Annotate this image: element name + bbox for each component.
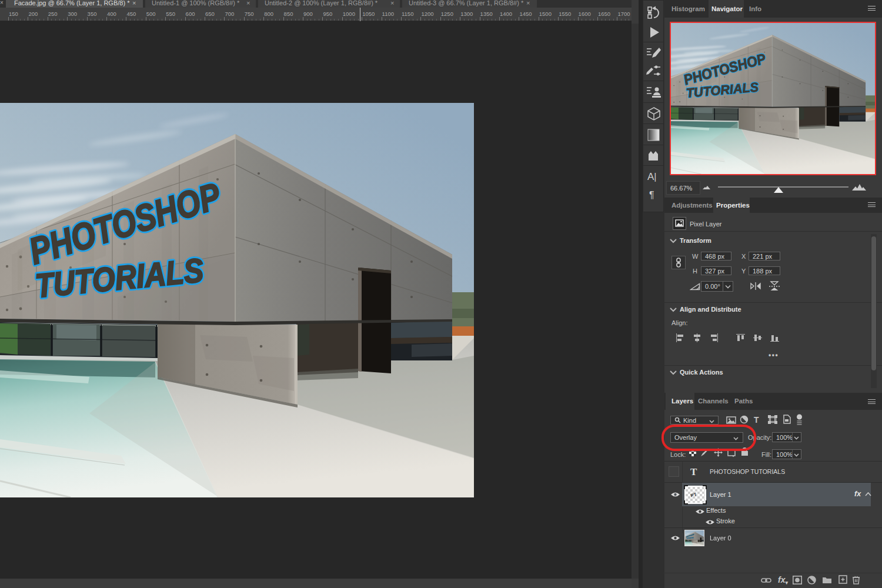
svg-text:PT: PT [690,492,697,499]
